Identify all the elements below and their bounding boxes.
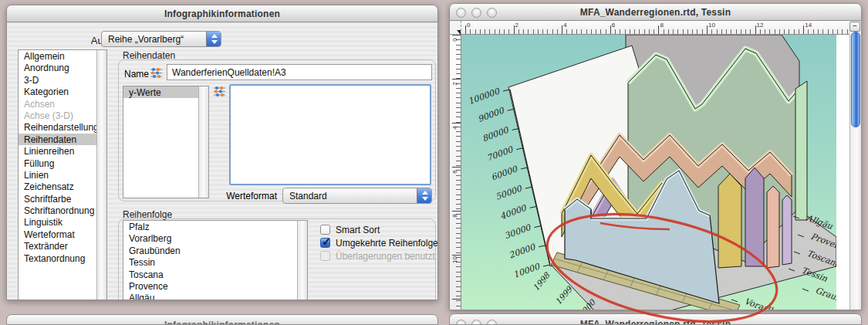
value-type-list: y-Werte (123, 86, 209, 198)
value-type-scrollbar[interactable] (198, 86, 208, 198)
ruler-number: 14 (805, 22, 812, 29)
background-document-window[interactable]: MFA_Wanderregionen.rtd, Tessin (449, 313, 862, 325)
ruler-number: 0 (467, 22, 470, 29)
sidebar-scrollbar[interactable] (96, 50, 106, 300)
document-title: MFA_Wanderregionen.rtd, Tessin (450, 7, 861, 18)
popup-stepper-icon (206, 32, 221, 46)
werteformat-value: Standard (289, 191, 414, 201)
sidebar-item[interactable]: 3-D (19, 74, 106, 86)
series-order-item[interactable]: Pfalz (123, 221, 307, 232)
checkbox-icon[interactable] (320, 225, 330, 235)
series-selector-value: Reihe „Vorarlberg“ (108, 34, 204, 45)
background-inspector-window[interactable]: Infographikinformationen (6, 314, 438, 325)
svg-text:70000: 70000 (485, 144, 515, 164)
ruler-number: 6 (612, 22, 615, 29)
checkbox-icon (320, 251, 330, 261)
data-source-icon[interactable] (150, 66, 163, 80)
sidebar-item[interactable]: Zeichensatz (19, 181, 106, 192)
ruler-major-ticks (465, 25, 849, 34)
sidebar-item[interactable]: Füllung (19, 157, 106, 169)
horizontal-ruler: 02468101214 (461, 21, 849, 35)
vertical-scrollbar[interactable] (849, 35, 861, 310)
ruler-number: 10 (451, 256, 458, 264)
document-page: 1000009000080000700006000050000400003000… (461, 35, 851, 310)
sidebar-item[interactable]: Linien (19, 169, 106, 181)
ruler-number: 8 (451, 212, 458, 220)
value-type-item[interactable]: y-Werte (123, 86, 208, 98)
svg-text:Vorarlberg: Vorarlberg (743, 296, 792, 310)
werteformat-label: Werteformat (204, 191, 277, 201)
checkbox-label: Umgekehrte Reihenfolge (336, 238, 438, 249)
series-data-textarea[interactable] (229, 84, 431, 185)
series-order-item[interactable]: Toscana (123, 269, 307, 280)
column-lavender (782, 195, 792, 265)
sidebar-item: Achsen (19, 98, 106, 110)
sidebar-item[interactable]: Schriftfarbe (19, 193, 106, 205)
ruler-number: 12 (757, 22, 764, 29)
ruler-number: 2 (515, 22, 518, 29)
ruler-number: 8 (660, 22, 663, 29)
sidebar-item[interactable]: Linienreihen (19, 145, 106, 157)
document-titlebar[interactable]: MFA_Wanderregionen.rtd, Tessin (450, 4, 861, 21)
popup-stepper-icon (417, 188, 431, 203)
sidebar-item[interactable]: Allgemein (19, 50, 106, 62)
desktop: { "colors": { "desktop": "#c9bcba", "aqu… (0, 0, 868, 325)
data-values-icon[interactable] (213, 85, 226, 98)
series-allgaeu-side (795, 81, 807, 220)
inspector-sidebar-list: AllgemeinAnordnung3-DKategorienAchsenAch… (18, 49, 107, 300)
sidebar-item[interactable]: Reihendaten (19, 134, 106, 145)
svg-text:20000: 20000 (508, 242, 537, 261)
document-window: MFA_Wanderregionen.rtd, Tessin 024681012… (449, 3, 862, 310)
sidebar-item[interactable]: Linguistik (19, 216, 106, 228)
inspector-titlebar[interactable]: Infographikinformationen (7, 5, 437, 22)
sidebar-item[interactable]: Werteformat (19, 229, 106, 240)
series-name-input[interactable]: WanderferienQuelldaten!A3 (167, 64, 432, 80)
werteformat-popup[interactable]: Standard (282, 188, 432, 204)
svg-text:50000: 50000 (495, 183, 524, 202)
ruler-number: 4 (451, 124, 458, 132)
sidebar-item[interactable]: Reihendarstellung (19, 121, 106, 133)
column-pink (767, 186, 779, 268)
checkbox-label: Smart Sort (336, 225, 380, 235)
scrollbar-thumb[interactable] (851, 32, 860, 127)
svg-text:30000: 30000 (503, 222, 532, 242)
svg-text:80000: 80000 (481, 125, 510, 144)
series-order-list: PfalzVorarlbergGraubündenTessinToscanaPr… (123, 220, 308, 300)
svg-text:40000: 40000 (498, 203, 528, 222)
sidebar-item[interactable]: Textränder (19, 240, 106, 252)
background-document-title: MFA_Wanderregionen.rtd, Tessin (450, 319, 861, 325)
checkbox-icon[interactable] (320, 238, 330, 248)
ruler-number: 10 (708, 22, 715, 29)
series-order-item[interactable]: Allgäu (123, 292, 307, 300)
ruler-collapse-button[interactable]: − (849, 22, 860, 32)
sidebar-item[interactable]: Kategorien (19, 86, 106, 97)
inspector-title: Infographikinformationen (7, 8, 437, 19)
series-order-scrollbar[interactable] (297, 221, 307, 300)
sidebar-item[interactable]: Textanordnung (19, 252, 106, 264)
svg-text:100000: 100000 (467, 86, 502, 107)
series-order-item[interactable]: Vorarlberg (123, 232, 307, 244)
ruler-number: 6 (451, 168, 458, 176)
svg-text:60000: 60000 (490, 164, 519, 183)
3d-chart-object[interactable]: 1000009000080000700006000050000400003000… (461, 35, 836, 310)
ruler-number: 4 (563, 22, 566, 29)
series-selector-popup[interactable]: Reihe „Vorarlberg“ (101, 31, 221, 47)
checkbox-label: Überlagerungen benutzt (336, 251, 435, 262)
background-inspector-title: Infographikinformationen (7, 320, 437, 325)
column-purple (745, 168, 764, 266)
sidebar-item[interactable]: Schriftanordnung (19, 205, 106, 216)
series-order-item[interactable]: Graubünden (123, 245, 307, 256)
svg-text:90000: 90000 (476, 105, 505, 124)
svg-text:Graubünden: Graubünden (814, 286, 836, 310)
svg-text:1999: 1999 (553, 284, 574, 306)
name-label: Name (124, 69, 149, 80)
ruler-number: 0 (451, 36, 458, 44)
sidebar-item: Achse (3-D) (19, 110, 106, 121)
inspector-window: Infographikinformationen Auswahl Reihe „… (6, 5, 438, 300)
svg-text:10000: 10000 (512, 261, 542, 280)
column-yellow (718, 174, 741, 268)
ruler-number: 2 (451, 80, 458, 88)
series-order-item[interactable]: Provence (123, 280, 307, 292)
sidebar-item[interactable]: Anordnung (19, 62, 106, 73)
series-order-item[interactable]: Tessin (123, 256, 307, 268)
